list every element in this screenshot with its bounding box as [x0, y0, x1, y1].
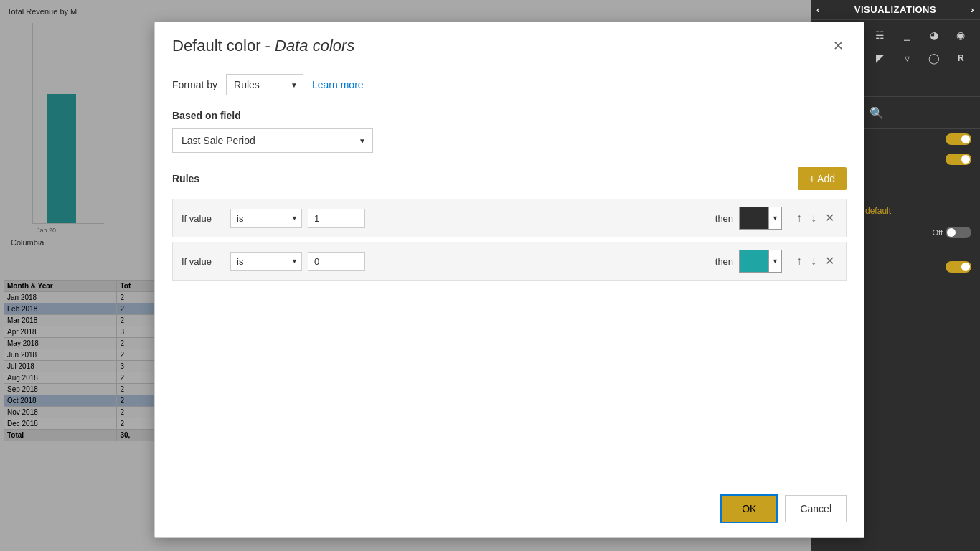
rule-1-color-arrow[interactable]: ▼ — [768, 207, 781, 229]
viz-icon-line[interactable]: ⎯ — [896, 24, 918, 46]
panel-next-arrow[interactable]: › — [971, 4, 974, 15]
add-rule-button[interactable]: + Add — [798, 167, 847, 190]
toggle-2[interactable] — [946, 154, 971, 165]
rule-1-if-label: If value — [182, 213, 225, 224]
viz-icon-r[interactable]: R — [950, 47, 971, 69]
format-by-select-wrapper: Rules Gradient Field value — [226, 74, 303, 95]
rule-2-condition-wrapper: is is not > < — [230, 252, 302, 271]
viz-icon-pie[interactable]: ◕ — [923, 24, 945, 46]
rule-2-value-input[interactable] — [308, 252, 365, 271]
viz-icon-funnel[interactable]: ▿ — [896, 47, 918, 69]
panel-title: VISUALIZATIONS — [854, 4, 936, 15]
rule-1-value-input[interactable] — [308, 209, 365, 228]
cancel-button[interactable]: Cancel — [785, 495, 847, 522]
rule-2-color-picker[interactable]: ▼ — [739, 250, 782, 273]
field-select-wrapper: Last Sale Period — [172, 128, 373, 153]
rule-1-color-swatch[interactable] — [740, 207, 768, 229]
rule-1-down-button[interactable]: ↓ — [808, 211, 819, 225]
field-select[interactable]: Last Sale Period — [172, 128, 373, 153]
labels-toggle-thumb — [947, 228, 956, 237]
rule-2-up-button[interactable]: ↑ — [793, 254, 805, 268]
format-by-row: Format by Rules Gradient Field value Lea… — [172, 74, 847, 95]
rule-2-color-swatch[interactable] — [740, 250, 768, 272]
rule-1-delete-button[interactable]: ✕ — [822, 211, 837, 225]
rule-1-actions: ↑ ↓ ✕ — [793, 211, 837, 225]
modal-header: Default color - Data colors ✕ — [155, 22, 864, 62]
ok-button[interactable]: OK — [720, 494, 778, 523]
toggle-thumb-1 — [961, 135, 970, 143]
rule-2-delete-button[interactable]: ✕ — [822, 254, 837, 268]
panel-analytics-icon[interactable]: 🔍 — [867, 103, 887, 123]
modal-footer: OK Cancel — [720, 494, 847, 523]
rule-2-condition-select[interactable]: is is not > < — [230, 252, 302, 271]
rules-header: Rules + Add — [172, 167, 847, 190]
toggle-3[interactable] — [946, 261, 971, 273]
rule-2-then-label: then — [715, 256, 733, 267]
rule-1-then-label: then — [715, 213, 733, 224]
modal-dialog: Default color - Data colors ✕ Format by … — [154, 22, 864, 538]
viz-icon-matrix[interactable]: ☵ — [869, 24, 890, 46]
rule-2-if-label: If value — [182, 256, 225, 267]
toggle-thumb-3 — [961, 263, 970, 271]
rule-1-condition-select[interactable]: is is not > < — [230, 209, 302, 228]
panel-header: ‹ VISUALIZATIONS › — [811, 0, 980, 20]
modal-title: Default color - Data colors — [172, 37, 354, 55]
learn-more-link[interactable]: Learn more — [312, 79, 364, 90]
panel-prev-arrow[interactable]: ‹ — [816, 4, 820, 15]
rules-label: Rules — [172, 173, 199, 184]
rule-2-color-arrow[interactable]: ▼ — [768, 250, 781, 272]
viz-icon-gauge[interactable]: ◯ — [923, 47, 945, 69]
rule-1-condition-wrapper: is is not > < — [230, 209, 302, 228]
modal-body: Format by Rules Gradient Field value Lea… — [155, 62, 864, 296]
modal-close-button[interactable]: ✕ — [830, 37, 847, 55]
rule-2-actions: ↑ ↓ ✕ — [793, 254, 837, 268]
viz-icon-area[interactable]: ◤ — [869, 47, 890, 69]
format-by-label: Format by — [172, 79, 217, 90]
rule-1-up-button[interactable]: ↑ — [793, 211, 805, 225]
off-label-1: Off — [933, 228, 943, 237]
viz-icon-donut[interactable]: ◉ — [950, 24, 971, 46]
rule-1-color-picker[interactable]: ▼ — [739, 207, 782, 230]
labels-toggle[interactable] — [946, 227, 971, 238]
based-on-field-label: Based on field — [172, 110, 847, 121]
toggle-1[interactable] — [946, 133, 971, 145]
rule-row-2: If value is is not > < then ▼ ↑ ↓ ✕ — [172, 242, 847, 281]
toggle-thumb-2 — [961, 155, 970, 164]
format-by-select[interactable]: Rules Gradient Field value — [226, 74, 303, 95]
rule-row-1: If value is is not > < then ▼ ↑ ↓ ✕ — [172, 199, 847, 237]
rule-2-down-button[interactable]: ↓ — [808, 254, 819, 268]
